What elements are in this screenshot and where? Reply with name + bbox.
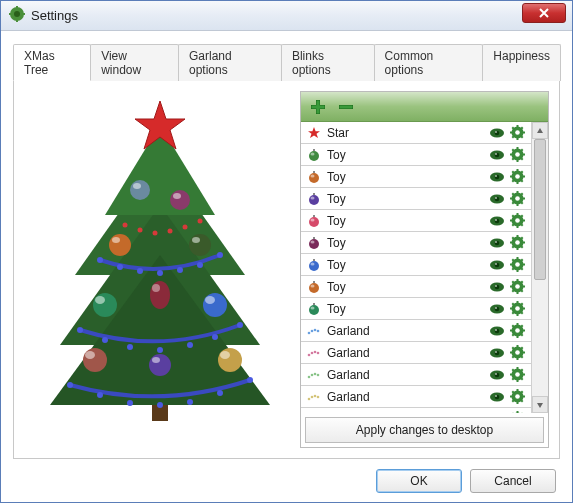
svg-rect-119 [516, 191, 518, 194]
scroll-track[interactable] [532, 139, 548, 396]
svg-rect-191 [313, 303, 315, 305]
tab-xmas-tree[interactable]: XMas Tree [13, 44, 91, 81]
item-settings-button[interactable] [507, 367, 527, 382]
visibility-toggle[interactable] [487, 281, 507, 293]
list-item-label: Garland [327, 346, 487, 360]
item-settings-button[interactable] [507, 125, 527, 140]
svg-point-113 [311, 196, 315, 199]
list-item[interactable]: Garland [301, 408, 531, 413]
svg-point-36 [168, 229, 173, 234]
svg-rect-127 [313, 215, 315, 217]
visibility-toggle[interactable] [487, 149, 507, 161]
item-settings-button[interactable] [507, 323, 527, 338]
scroll-thumb[interactable] [534, 139, 546, 280]
list-item-label: Toy [327, 258, 487, 272]
list-item-label: Garland [327, 390, 487, 404]
item-settings-button[interactable] [507, 191, 527, 206]
visibility-toggle[interactable] [487, 193, 507, 205]
list-item[interactable]: Garland [301, 364, 531, 386]
scroll-down-button[interactable] [532, 396, 548, 413]
scroll-up-button[interactable] [532, 122, 548, 139]
tab-view-window[interactable]: View window [90, 44, 179, 81]
list-item[interactable]: Toy [301, 298, 531, 320]
item-settings-button[interactable] [507, 213, 527, 228]
svg-point-215 [515, 328, 520, 333]
svg-point-97 [311, 174, 315, 177]
svg-rect-103 [516, 169, 518, 172]
close-button[interactable] [522, 3, 566, 23]
visibility-toggle[interactable] [487, 171, 507, 183]
item-settings-button[interactable] [507, 389, 527, 404]
svg-point-24 [212, 334, 218, 340]
visibility-toggle[interactable] [487, 369, 507, 381]
visibility-toggle[interactable] [487, 127, 507, 139]
visibility-toggle[interactable] [487, 303, 507, 315]
visibility-toggle[interactable] [487, 391, 507, 403]
svg-point-31 [217, 390, 223, 396]
list-item-label: Star [327, 126, 487, 140]
svg-point-48 [152, 284, 160, 292]
list-item[interactable]: Toy [301, 232, 531, 254]
svg-point-129 [311, 218, 315, 221]
list-item[interactable]: Garland [301, 342, 531, 364]
svg-point-12 [97, 257, 103, 263]
visibility-toggle[interactable] [487, 325, 507, 337]
svg-point-58 [152, 357, 160, 363]
visibility-toggle[interactable] [487, 237, 507, 249]
svg-point-68 [495, 131, 497, 133]
list-item[interactable]: Toy [301, 210, 531, 232]
tab-common-options[interactable]: Common options [374, 44, 484, 81]
ball-icon [305, 214, 323, 228]
visibility-toggle[interactable] [487, 347, 507, 359]
svg-point-148 [495, 241, 497, 243]
svg-rect-216 [516, 323, 518, 326]
list-item-label: Garland [327, 368, 487, 382]
tab-garland-options[interactable]: Garland options [178, 44, 282, 81]
apply-changes-button[interactable]: Apply changes to desktop [305, 417, 544, 443]
list-item[interactable]: Toy [301, 188, 531, 210]
svg-point-30 [187, 399, 193, 405]
svg-point-35 [153, 231, 158, 236]
list-item-label: Toy [327, 236, 487, 250]
svg-rect-135 [516, 213, 518, 216]
svg-rect-62 [312, 105, 325, 108]
item-settings-button[interactable] [507, 411, 527, 413]
list-scrollbar[interactable] [531, 122, 548, 413]
item-settings-button[interactable] [507, 257, 527, 272]
svg-point-33 [123, 223, 128, 228]
item-settings-button[interactable] [507, 169, 527, 184]
item-settings-button[interactable] [507, 301, 527, 316]
list-item[interactable]: Toy [301, 254, 531, 276]
svg-rect-184 [516, 291, 518, 294]
visibility-toggle[interactable] [487, 215, 507, 227]
list-item[interactable]: Garland [301, 320, 531, 342]
svg-rect-89 [510, 154, 513, 156]
item-settings-button[interactable] [507, 147, 527, 162]
svg-rect-218 [510, 330, 513, 332]
add-button[interactable] [307, 96, 329, 118]
svg-rect-267 [516, 389, 518, 392]
list-item[interactable]: Toy [301, 144, 531, 166]
ok-button[interactable]: OK [376, 469, 462, 493]
svg-rect-251 [516, 379, 518, 382]
svg-point-243 [314, 372, 317, 375]
item-settings-button[interactable] [507, 279, 527, 294]
list-item[interactable]: Garland [301, 386, 531, 408]
item-settings-button[interactable] [507, 235, 527, 250]
svg-marker-65 [308, 127, 320, 138]
window-title: Settings [31, 8, 566, 23]
svg-point-80 [309, 151, 319, 161]
tab-happiness[interactable]: Happiness [482, 44, 561, 81]
list-item[interactable]: Star [301, 122, 531, 144]
svg-point-161 [311, 262, 315, 265]
remove-button[interactable] [335, 96, 357, 118]
item-settings-button[interactable] [507, 345, 527, 360]
visibility-toggle[interactable] [487, 413, 507, 414]
visibility-toggle[interactable] [487, 259, 507, 271]
svg-point-244 [317, 373, 320, 376]
list-item[interactable]: Toy [301, 166, 531, 188]
tab-blinks-options[interactable]: Blinks options [281, 44, 375, 81]
svg-point-208 [311, 329, 314, 332]
cancel-button[interactable]: Cancel [470, 469, 556, 493]
list-item[interactable]: Toy [301, 276, 531, 298]
